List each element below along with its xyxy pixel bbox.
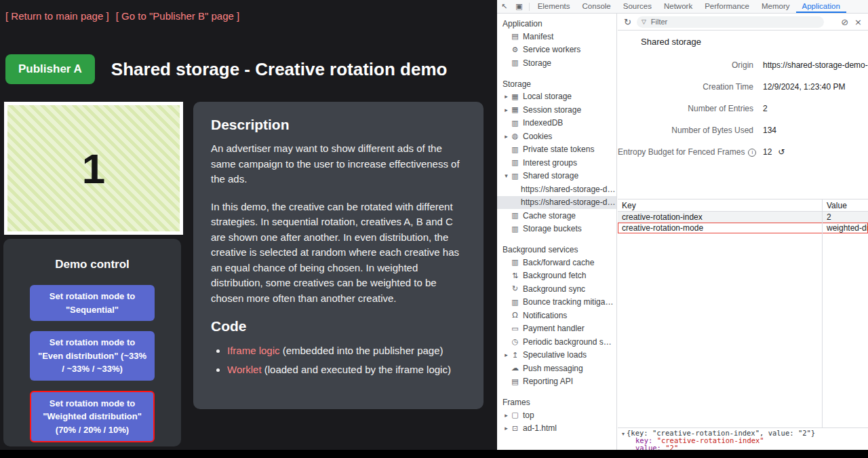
meta-row-bytes: Number of Bytes Used 134 xyxy=(618,119,868,141)
sidebar-item-reporting-api[interactable]: ▤Reporting API xyxy=(497,375,616,389)
meta-row-origin: Origin https://shared-storage-demo-co xyxy=(618,54,868,76)
sidebar-item-frame-top[interactable]: ▸▢top xyxy=(497,408,616,422)
sidebar-item-speculative-loads[interactable]: ▸↥Speculative loads xyxy=(497,349,616,362)
sidebar-section-storage: Storage xyxy=(497,78,616,90)
entry-preview-pane: ▾{key: "creative-rotation-index", value:… xyxy=(618,427,868,450)
tab-sources[interactable]: Sources xyxy=(617,0,658,13)
filter-icon: ▽ xyxy=(642,18,646,25)
refresh-icon[interactable]: ↻ xyxy=(624,17,631,27)
sidebar-item-indexeddb[interactable]: ▥IndexedDB xyxy=(497,117,616,130)
info-icon[interactable]: i xyxy=(748,149,756,157)
pane-toolbar: ↻ ▽ ⊘ × xyxy=(618,14,868,31)
iframe-logic-link[interactable]: Iframe logic xyxy=(227,345,280,356)
demo-control-heading: Demo control xyxy=(3,258,181,271)
sidebar-item-periodic-background-sync[interactable]: ◷Periodic background s… xyxy=(497,335,616,349)
sidebar-item-shared-storage-origin-2[interactable]: https://shared-storage-d… xyxy=(497,196,616,210)
frame-document-icon: ⊡ xyxy=(510,424,520,433)
reset-budget-icon[interactable]: ↺ xyxy=(778,147,785,157)
tab-memory[interactable]: Memory xyxy=(755,0,796,13)
description-paragraph-1: An advertiser may want to show different… xyxy=(211,141,466,187)
sidebar-item-payment-handler[interactable]: ▭Payment handler xyxy=(497,322,616,336)
collapse-arrow-icon[interactable]: ▾ xyxy=(502,172,510,179)
expand-arrow-icon[interactable]: ▸ xyxy=(502,107,510,113)
code-heading: Code xyxy=(211,318,466,335)
shared-storage-pane: ↻ ▽ ⊘ × Shared storage Origin https://sh… xyxy=(618,14,868,450)
column-divider[interactable] xyxy=(822,199,823,427)
tab-console[interactable]: Console xyxy=(576,0,617,13)
pane-title: Shared storage xyxy=(641,37,701,47)
expand-arrow-icon[interactable]: ▸ xyxy=(502,412,510,419)
sidebar-item-bounce-tracking[interactable]: ▥Bounce tracking mitiga… xyxy=(497,296,616,309)
expand-arrow-icon[interactable]: ▸ xyxy=(502,351,510,358)
database-icon: ▥ xyxy=(510,172,520,180)
return-main-link[interactable]: [ Return to main page ] xyxy=(5,10,109,22)
meta-row-creation-time: Creation Time 12/9/2024, 1:23:40 PM xyxy=(618,76,868,98)
tab-elements[interactable]: Elements xyxy=(532,0,576,13)
database-icon: ▥ xyxy=(510,119,520,128)
database-icon: ▥ xyxy=(510,58,520,67)
frame-icon: ▢ xyxy=(510,411,520,419)
database-icon: ▥ xyxy=(510,158,520,167)
sidebar-item-manifest[interactable]: ▤Manifest xyxy=(497,30,616,43)
divider xyxy=(529,3,530,11)
sidebar-item-private-state-tokens[interactable]: ▥Private state tokens xyxy=(497,143,616,157)
sidebar-item-shared-storage[interactable]: ▾▥Shared storage xyxy=(497,170,616,183)
sidebar-item-back-forward-cache[interactable]: ▥Back/forward cache xyxy=(497,256,616,269)
list-item: Iframe logic (embedded into the publishe… xyxy=(227,343,466,358)
database-icon: ▥ xyxy=(510,225,520,233)
tab-performance[interactable]: Performance xyxy=(698,0,755,13)
fetch-arrows-icon: ⇅ xyxy=(510,271,520,280)
sidebar-item-notifications[interactable]: ΩNotifications xyxy=(497,309,616,322)
sidebar-item-interest-groups[interactable]: ▥Interest groups xyxy=(497,156,616,170)
cookie-icon: ◍ xyxy=(510,132,520,140)
sidebar-item-service-workers[interactable]: ⚙Service workers xyxy=(497,43,616,57)
creative-number: 1 xyxy=(82,145,105,193)
sidebar-item-push-messaging[interactable]: ☁Push messaging xyxy=(497,362,616,375)
sidebar-item-cache-storage[interactable]: ▥Cache storage xyxy=(497,209,616,223)
publisher-b-link[interactable]: [ Go to "Publisher B" page ] xyxy=(116,10,239,22)
delete-all-icon[interactable]: ⊘ xyxy=(841,17,848,27)
worklet-link[interactable]: Worklet xyxy=(227,364,262,375)
table-icon: ▦ xyxy=(510,92,520,101)
list-item: Worklet (loaded and executed by the ifra… xyxy=(227,362,466,377)
up-arrow-icon: ↥ xyxy=(510,351,520,360)
filter-input[interactable] xyxy=(650,17,819,26)
rotation-weighted-button[interactable]: Set rotation mode to "Weighted distribut… xyxy=(30,391,155,443)
meta-row-entropy: Entropy Budget for Fenced Framesi 12↺ xyxy=(618,141,868,163)
description-heading: Description xyxy=(211,117,466,133)
clock-icon: ◷ xyxy=(510,337,520,346)
sidebar-item-background-fetch[interactable]: ⇅Background fetch xyxy=(497,269,616,283)
sidebar-section-background-services: Background services xyxy=(497,244,616,256)
sidebar-item-session-storage[interactable]: ▸▦Session storage xyxy=(497,103,616,117)
table-row[interactable]: creative-rotation-mode weighted-dist xyxy=(618,223,868,233)
device-toolbar-icon[interactable]: ▣ xyxy=(511,2,526,11)
inspect-icon[interactable]: ↖ xyxy=(497,2,511,11)
demo-control-panel: Demo control Set rotation mode to "Seque… xyxy=(3,239,181,446)
devtools-tabbar: ↖ ▣ Elements Console Sources Network Per… xyxy=(497,0,868,14)
tab-application[interactable]: Application xyxy=(796,0,846,13)
description-panel: Description An advertiser may want to sh… xyxy=(193,102,484,409)
sidebar-item-storage[interactable]: ▥Storage xyxy=(497,56,616,70)
sidebar-item-local-storage[interactable]: ▸▦Local storage xyxy=(497,90,616,104)
sidebar-item-shared-storage-origin-1[interactable]: https://shared-storage-d… xyxy=(497,183,616,196)
sidebar-item-cookies[interactable]: ▸◍Cookies xyxy=(497,130,616,143)
tab-network[interactable]: Network xyxy=(658,0,698,13)
cloud-icon: ☁ xyxy=(510,364,520,373)
sync-icon: ↻ xyxy=(510,284,520,293)
sidebar-item-storage-buckets[interactable]: ▥Storage buckets xyxy=(497,223,616,236)
rotation-even-button[interactable]: Set rotation mode to "Even distribution"… xyxy=(30,331,155,381)
document-icon: ▤ xyxy=(510,32,520,41)
expand-arrow-icon[interactable]: ▸ xyxy=(502,425,510,432)
preview-entry: value: "2" xyxy=(622,444,868,450)
database-icon: ▥ xyxy=(510,145,520,154)
caret-down-icon[interactable]: ▾ xyxy=(622,431,625,437)
expand-arrow-icon[interactable]: ▸ xyxy=(502,133,510,140)
devtools-window: ↖ ▣ Elements Console Sources Network Per… xyxy=(497,0,868,450)
rotation-sequential-button[interactable]: Set rotation mode to "Sequential" xyxy=(30,285,155,321)
metadata-view: Origin https://shared-storage-demo-co Cr… xyxy=(618,54,868,163)
close-icon[interactable]: × xyxy=(854,17,862,27)
table-row[interactable]: creative-rotation-index 2 xyxy=(618,212,868,223)
expand-arrow-icon[interactable]: ▸ xyxy=(502,93,510,100)
sidebar-item-frame-ad-1[interactable]: ▸⊡ad-1.html xyxy=(497,422,616,436)
sidebar-item-background-sync[interactable]: ↻Background sync xyxy=(497,282,616,296)
